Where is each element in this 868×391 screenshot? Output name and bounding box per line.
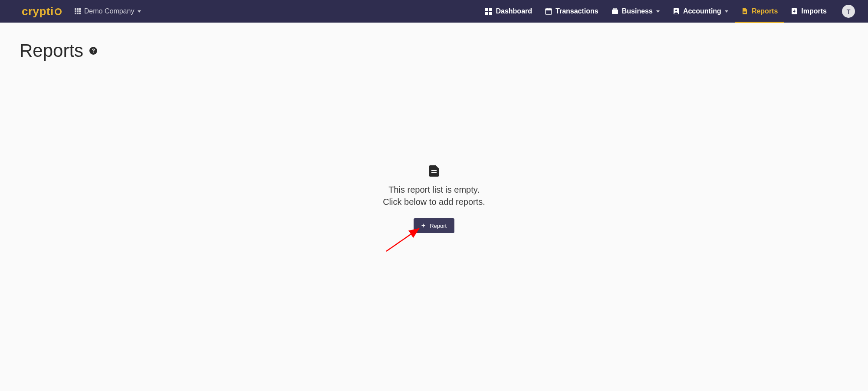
import-icon xyxy=(791,8,798,15)
svg-rect-5 xyxy=(546,9,552,10)
svg-rect-12 xyxy=(743,11,746,12)
logo-text: crypti xyxy=(22,5,54,18)
logo-o-icon xyxy=(55,8,62,15)
svg-point-11 xyxy=(675,10,677,11)
svg-rect-13 xyxy=(743,12,746,13)
nav-business-label: Business xyxy=(622,7,653,15)
company-selector[interactable]: Demo Company xyxy=(75,7,141,15)
chevron-down-icon xyxy=(725,10,728,13)
nav-imports-label: Imports xyxy=(801,7,827,15)
nav-imports[interactable]: Imports xyxy=(784,0,833,23)
nav-transactions[interactable]: Transactions xyxy=(539,0,605,23)
page-title: Reports xyxy=(20,40,83,61)
navbar-right: Dashboard Transactions Business Accounti… xyxy=(479,0,855,23)
add-report-label: Report xyxy=(430,223,447,229)
dashboard-icon xyxy=(485,8,492,15)
svg-rect-1 xyxy=(489,8,492,11)
main: Reports ? This report list is empty. Cli… xyxy=(0,23,868,250)
help-icon[interactable]: ? xyxy=(89,47,97,55)
svg-rect-6 xyxy=(547,8,548,10)
svg-rect-0 xyxy=(485,8,488,11)
plus-icon: + xyxy=(421,222,425,229)
calendar-icon xyxy=(545,8,552,15)
empty-line1: This report list is empty. xyxy=(383,184,485,196)
page-header: Reports ? xyxy=(20,40,848,61)
briefcase-icon xyxy=(612,8,618,15)
document-icon xyxy=(429,165,439,177)
empty-state: This report list is empty. Click below t… xyxy=(20,165,848,233)
account-icon xyxy=(673,8,680,15)
nav-reports-label: Reports xyxy=(752,7,778,15)
navbar-left: crypti Demo Company xyxy=(22,5,141,18)
svg-rect-8 xyxy=(612,10,618,14)
nav-accounting[interactable]: Accounting xyxy=(666,0,735,23)
nav-dashboard-label: Dashboard xyxy=(496,7,532,15)
avatar-initial: T xyxy=(846,8,850,15)
svg-rect-3 xyxy=(489,12,492,15)
grid-icon xyxy=(75,8,81,14)
avatar[interactable]: T xyxy=(842,5,855,18)
report-icon xyxy=(741,8,748,15)
logo[interactable]: crypti xyxy=(22,5,62,18)
nav-business[interactable]: Business xyxy=(605,0,666,23)
empty-text: This report list is empty. Click below t… xyxy=(383,184,485,208)
nav-accounting-label: Accounting xyxy=(683,7,721,15)
nav-transactions-label: Transactions xyxy=(556,7,598,15)
nav-reports[interactable]: Reports xyxy=(735,0,784,23)
nav-dashboard[interactable]: Dashboard xyxy=(479,0,539,23)
chevron-down-icon xyxy=(138,10,141,13)
svg-rect-2 xyxy=(485,12,488,15)
svg-rect-9 xyxy=(614,8,616,10)
navbar: crypti Demo Company Dashboard Transactio… xyxy=(0,0,868,23)
empty-line2: Click below to add reports. xyxy=(383,196,485,208)
svg-rect-7 xyxy=(550,8,551,10)
add-report-button[interactable]: + Report xyxy=(414,218,454,233)
chevron-down-icon xyxy=(656,10,660,13)
company-name: Demo Company xyxy=(84,7,135,15)
